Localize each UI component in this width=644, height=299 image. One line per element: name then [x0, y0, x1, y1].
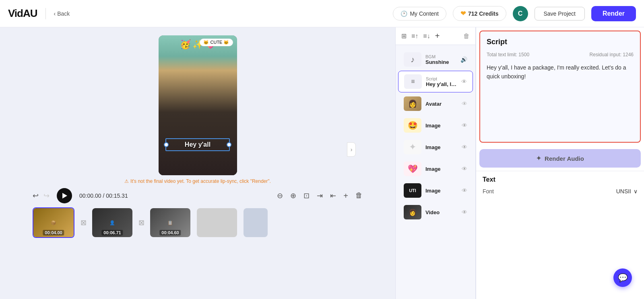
render-button[interactable]: Render: [591, 6, 636, 21]
video-preview: 🥳✨💖 🐱 CUTE 🐱 Hey y'all: [159, 35, 237, 175]
layer-script[interactable]: ≡ Script Hey y'all, I ha... 👁: [398, 71, 473, 92]
my-content-button[interactable]: 🕐 My Content: [393, 7, 446, 20]
layer-image4[interactable]: UTI Image 👁: [398, 180, 473, 201]
residual-label: Residual input: 1246: [590, 52, 634, 57]
layer-val-bgm: Sunshine: [425, 59, 456, 65]
time-display: 00:00.00 / 00:15.31: [79, 193, 128, 199]
duplicate-icon[interactable]: ⊞: [401, 32, 407, 40]
timeline-clip-5[interactable]: [244, 208, 268, 237]
text-section: Text Font UNSII ∨: [476, 171, 644, 199]
layer-image3[interactable]: 💖 Image 👁: [398, 158, 473, 179]
fit-icon[interactable]: ⊡: [303, 191, 310, 201]
eye-video-icon[interactable]: 👁: [462, 209, 467, 215]
layer-info-bgm: BGM Sunshine: [425, 54, 456, 65]
layer-image2[interactable]: ✦ Image 👁: [398, 137, 473, 158]
avatar[interactable]: C: [513, 6, 528, 21]
add-icon[interactable]: +: [343, 191, 348, 201]
heart-icon: ❤: [460, 10, 466, 17]
font-label: Font: [483, 188, 494, 195]
layer-val-image3: Image: [425, 166, 458, 172]
layer-type-bgm: BGM: [425, 54, 456, 59]
timeline-clip-3[interactable]: 📋 00:04.60: [150, 208, 190, 237]
layer-val-video: Video: [425, 209, 458, 215]
move-down-icon[interactable]: ≡↓: [423, 33, 430, 40]
layer-info-image4: Image: [425, 188, 458, 194]
layer-video[interactable]: 👩 Video 👁: [398, 202, 473, 223]
layer-type-script: Script: [426, 76, 457, 81]
redo-icon[interactable]: ↪: [43, 191, 50, 200]
eye-image2-icon[interactable]: 👁: [462, 144, 467, 150]
move-up-icon[interactable]: ≡↑: [411, 33, 418, 40]
eye-script-icon[interactable]: 👁: [461, 78, 467, 85]
playbar: ↩ ↪ 00:00.00 / 00:15.31 ⊖ ⊕ ⊡ ⇥ ⇤ + 🗑: [25, 188, 371, 203]
cute-badge: 🐱 CUTE 🐱: [200, 39, 233, 46]
layer-thumb-avatar: 👩: [404, 96, 421, 111]
clip-separator-2: ⊠: [136, 208, 147, 237]
sparkle-icon: ✦: [536, 155, 541, 162]
eye-image1-icon[interactable]: 👁: [462, 122, 467, 129]
layer-info-image1: Image: [425, 123, 458, 129]
split-left-icon[interactable]: ⇥: [317, 191, 323, 201]
video-person-bg: 🥳✨💖 🐱 CUTE 🐱 Hey y'all: [159, 35, 237, 175]
timeline-clip-4[interactable]: [197, 208, 237, 237]
clock-icon: 🕐: [400, 10, 407, 17]
eye-avatar-icon[interactable]: 👁: [462, 100, 467, 107]
layer-thumb-script: ≡: [404, 74, 422, 89]
layer-avatar[interactable]: 👩 Avatar 👁: [398, 93, 473, 114]
font-row: Font UNSII ∨: [483, 188, 638, 195]
clip-time-2: 00:06.71: [101, 230, 123, 236]
layer-thumb-image3: 💖: [404, 162, 421, 176]
clip-thumbnail-5: [244, 208, 268, 237]
timeline-clip-2[interactable]: 👤 00:06.71: [92, 208, 132, 237]
middle-panel: ⊞ ≡↑ ≡↓ + 🗑 ♪ BGM Sunshine 🔊 ≡ Script He…: [395, 27, 476, 299]
logo: VidAU: [8, 7, 37, 20]
hey-yall-label: Hey y'all: [185, 141, 211, 148]
layer-val-image4: Image: [425, 188, 458, 194]
split-right-icon[interactable]: ⇤: [330, 191, 336, 201]
undo-redo-group: ↩ ↪: [33, 191, 50, 200]
eye-bgm-icon[interactable]: 🔊: [460, 56, 467, 63]
layer-thumb-image2: ✦: [404, 140, 421, 154]
back-button[interactable]: ‹ Back: [54, 10, 70, 17]
layer-bgm[interactable]: ♪ BGM Sunshine 🔊: [398, 49, 473, 70]
save-project-button[interactable]: Save Project: [535, 7, 585, 20]
main-area: 🥳✨💖 🐱 CUTE 🐱 Hey y'all ⚠ It's not the fi…: [0, 27, 644, 299]
chat-bubble-button[interactable]: 💬: [613, 268, 632, 287]
script-panel-title: Script: [487, 38, 634, 46]
eye-image4-icon[interactable]: 👁: [462, 187, 467, 194]
total-limit-label: Total text limit: 1500: [487, 52, 529, 57]
clip-separator-1: ⊠: [78, 208, 89, 237]
panel-collapse-button[interactable]: ›: [347, 142, 356, 157]
back-chevron-icon: ‹: [54, 10, 56, 17]
text-selection[interactable]: Hey y'all: [165, 138, 230, 151]
delete-layer-icon[interactable]: 🗑: [463, 33, 470, 40]
zoom-out-icon[interactable]: ⊖: [277, 191, 283, 201]
layer-image1[interactable]: 🤩 Image 👁: [398, 115, 473, 136]
warning-icon: ⚠: [124, 178, 129, 184]
clip-time-1: 00:04.00: [43, 230, 64, 236]
layer-val-image2: Image: [425, 144, 458, 150]
credits-button[interactable]: ❤ 712 Credits: [453, 6, 506, 21]
header-divider: [45, 8, 46, 19]
clip-time-3: 00:04.60: [159, 230, 181, 236]
left-area: 🥳✨💖 🐱 CUTE 🐱 Hey y'all ⚠ It's not the fi…: [0, 27, 395, 299]
layer-info-image3: Image: [425, 166, 458, 172]
timeline-clip-1[interactable]: 📦 00:04.00: [33, 207, 74, 238]
font-select[interactable]: UNSII ∨: [616, 188, 638, 195]
add-layer-icon[interactable]: +: [435, 31, 440, 41]
play-button[interactable]: [57, 188, 72, 203]
chat-icon: 💬: [618, 273, 628, 283]
header: VidAU ‹ Back 🕐 My Content ❤ 712 Credits …: [0, 0, 644, 27]
zoom-in-icon[interactable]: ⊕: [290, 191, 296, 201]
render-audio-button[interactable]: ✦ Render Audio: [479, 149, 641, 168]
playbar-icons: ⊖ ⊕ ⊡ ⇥ ⇤ + 🗑: [277, 191, 363, 201]
eye-image3-icon[interactable]: 👁: [462, 166, 467, 172]
panel-toolbar: ⊞ ≡↑ ≡↓ + 🗑: [396, 27, 475, 45]
undo-icon[interactable]: ↩: [33, 191, 39, 200]
warning-bar: ⚠ It's not the final video yet. To get a…: [124, 178, 271, 184]
delete-icon[interactable]: 🗑: [355, 191, 363, 201]
chevron-down-icon: ∨: [634, 188, 638, 195]
script-limits: Total text limit: 1500 Residual input: 1…: [487, 52, 634, 57]
layer-info-script: Script Hey y'all, I ha...: [426, 76, 457, 87]
script-content[interactable]: Hey y'all, I have a package, I'm really …: [487, 63, 634, 135]
